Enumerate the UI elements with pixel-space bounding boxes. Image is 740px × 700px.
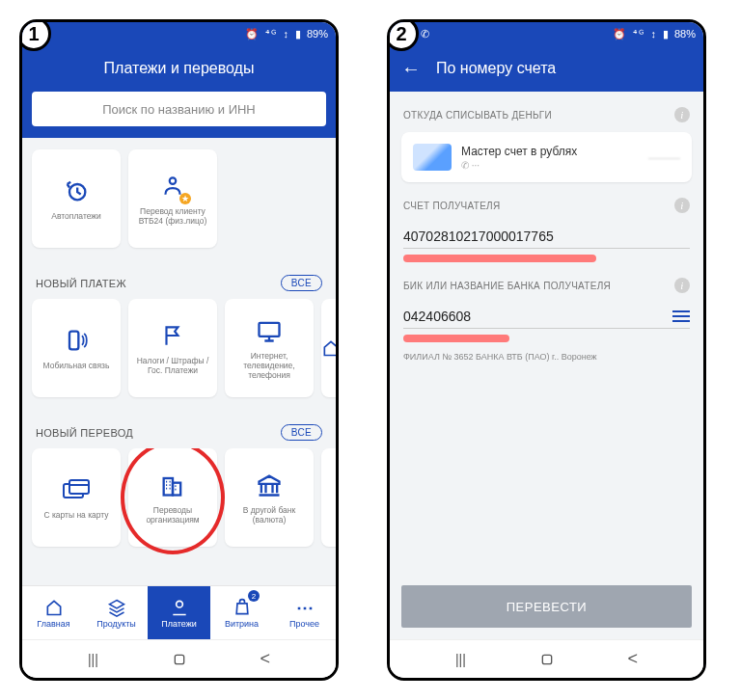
page-title: По номеру счета <box>436 60 556 77</box>
acct-section-label: СЧЕТ ПОЛУЧАТЕЛЯ i <box>390 182 703 223</box>
transfer-row: С карты на карту Переводы организациям В… <box>22 448 336 560</box>
house-icon <box>316 334 336 363</box>
tile-other-bank[interactable]: В другой банк (валюта) <box>225 448 314 547</box>
highlight-bar <box>403 335 509 342</box>
menu-icon[interactable] <box>672 310 690 322</box>
status-icons: ⏰ ⁴ᴳ ↕ ▮ <box>245 28 303 40</box>
android-home[interactable] <box>172 652 187 667</box>
android-recent[interactable]: ||| <box>88 652 98 667</box>
bik-section-label: БИК ИЛИ НАЗВАНИЕ БАНКА ПОЛУЧАТЕЛЯ i <box>390 262 703 303</box>
nav-home[interactable]: Главная <box>22 586 85 639</box>
svg-rect-7 <box>164 478 173 496</box>
page-title: Платежи и переводы <box>104 60 255 77</box>
input-value: 042406608 <box>403 309 471 324</box>
payment-row: Мобильная связь Налоги / Штрафы / Гос. П… <box>22 299 336 411</box>
all-button[interactable]: ВСЕ <box>281 275 322 291</box>
screen-2: 2 7:35 ✆ ⏰ ⁴ᴳ ↕ ▮ 88% ← По номеру счета … <box>387 19 706 681</box>
favorites-row: Автоплатежи ★ Перевод клиенту ВТБ24 (физ… <box>22 138 336 261</box>
status-battery: 88% <box>674 28 696 40</box>
info-icon[interactable]: i <box>674 278 690 293</box>
tile-label: Налоги / Штрафы / Гос. Платежи <box>132 356 213 375</box>
svg-rect-3 <box>260 323 280 337</box>
status-bar: 34 · ⏰ ⁴ᴳ ↕ ▮ 89% <box>22 22 336 45</box>
android-recent[interactable]: ||| <box>455 652 466 667</box>
tile-card-to-card[interactable]: С карты на карту <box>32 448 121 547</box>
android-back[interactable]: < <box>260 649 271 669</box>
section-payment-head: НОВЫЙ ПЛАТЕЖ ВСЕ <box>22 261 336 299</box>
person-icon: ★ <box>158 172 187 201</box>
bank-icon <box>255 471 284 499</box>
nav-badge: 2 <box>248 590 260 602</box>
svg-point-9 <box>176 601 182 607</box>
tile-label: Перевод клиенту ВТБ24 (физ.лицо) <box>132 206 213 226</box>
tile-label: Переводы организациям <box>132 505 213 525</box>
tile-mobile[interactable]: Мобильная связь <box>32 299 121 397</box>
nav-payments[interactable]: Платежи <box>148 586 210 639</box>
dots-icon: ⋯ <box>296 598 314 617</box>
svg-rect-10 <box>175 655 183 663</box>
section-title: НОВЫЙ ПЕРЕВОД <box>36 427 133 439</box>
nav-label: Платежи <box>161 619 197 629</box>
status-icons: ⏰ ⁴ᴳ ↕ ▮ <box>613 28 671 40</box>
recipient-account-input[interactable]: 40702810217000017765 <box>403 223 690 249</box>
tile-autopayments[interactable]: Автоплатежи <box>32 149 121 248</box>
nav-label: Продукты <box>96 619 136 629</box>
all-button[interactable]: ВСЕ <box>281 424 322 441</box>
tile-utilities[interactable] <box>321 299 336 397</box>
building-icon <box>158 471 187 499</box>
transfer-button[interactable]: ПЕРЕВЕСТИ <box>401 585 692 628</box>
tile-taxes[interactable]: Налоги / Штрафы / Гос. Платежи <box>128 299 217 397</box>
cards-icon <box>62 475 91 504</box>
nav-label: Прочее <box>289 619 319 629</box>
highlight-bar <box>403 255 596 262</box>
android-nav: ||| < <box>390 639 703 678</box>
section-transfer-head: НОВЫЙ ПЕРЕВОД ВСЕ <box>22 411 336 448</box>
content: ОТКУДА СПИСЫВАТЬ ДЕНЬГИ i Мастер счет в … <box>390 92 703 639</box>
info-icon[interactable]: i <box>674 107 690 122</box>
svg-rect-11 <box>542 655 551 663</box>
account-balance: ——— <box>648 151 680 163</box>
home-icon <box>44 598 64 617</box>
tile-internet[interactable]: Интернет, телевидение, телефония <box>225 299 314 397</box>
tile-vtb-client[interactable]: ★ Перевод клиенту ВТБ24 (физ.лицо) <box>128 149 217 248</box>
tile-label: Интернет, телевидение, телефония <box>229 351 310 381</box>
monitor-icon <box>255 316 284 345</box>
android-home[interactable] <box>539 652 555 667</box>
back-button[interactable]: ← <box>401 58 421 80</box>
tile-org-transfer[interactable]: Переводы организациям <box>128 448 217 547</box>
content: Автоплатежи ★ Перевод клиенту ВТБ24 (физ… <box>22 138 336 585</box>
tile-label: В другой банк (валюта) <box>229 505 310 525</box>
label-text: ОТКУДА СПИСЫВАТЬ ДЕНЬГИ <box>403 110 552 121</box>
layers-icon <box>107 598 126 617</box>
search-input[interactable]: Поиск по названию и ИНН <box>32 92 326 126</box>
account-selector[interactable]: Мастер счет в рублях ✆ ··· ——— <box>401 132 692 182</box>
app-bar: ← По номеру счета <box>390 45 703 92</box>
account-subtitle: ✆ ··· <box>461 160 577 171</box>
phone-signal-icon <box>62 326 91 355</box>
android-back[interactable]: < <box>628 649 639 669</box>
tile-label: С карты на карту <box>43 510 108 520</box>
account-thumb-icon <box>413 144 452 171</box>
tile-more[interactable] <box>321 448 336 547</box>
bik-input[interactable]: 042406608 <box>403 303 690 329</box>
tile-label: Мобильная связь <box>43 361 110 370</box>
info-icon[interactable]: i <box>674 198 690 213</box>
highlight-ring <box>121 448 225 554</box>
bottom-nav: Главная Продукты Платежи 2 Витрина ⋯ Про… <box>22 585 336 639</box>
tile-label: Автоплатежи <box>51 211 101 221</box>
section-title: НОВЫЙ ПЛАТЕЖ <box>36 278 126 289</box>
label-text: СЧЕТ ПОЛУЧАТЕЛЯ <box>403 201 501 211</box>
from-section-label: ОТКУДА СПИСЫВАТЬ ДЕНЬГИ i <box>390 92 703 132</box>
nav-products[interactable]: Продукты <box>85 586 148 639</box>
account-title: Мастер счет в рублях <box>461 145 577 158</box>
status-battery: 89% <box>307 28 328 40</box>
nav-showcase[interactable]: 2 Витрина <box>210 586 273 639</box>
svg-rect-5 <box>69 480 89 494</box>
nav-more[interactable]: ⋯ Прочее <box>273 586 336 639</box>
bag-icon <box>233 598 252 617</box>
screen-1: 1 34 · ⏰ ⁴ᴳ ↕ ▮ 89% Платежи и переводы П… <box>19 19 339 681</box>
android-nav: ||| < <box>22 639 336 678</box>
svg-rect-8 <box>173 482 180 495</box>
input-value: 40702810217000017765 <box>403 229 554 244</box>
flag-icon <box>158 321 187 350</box>
